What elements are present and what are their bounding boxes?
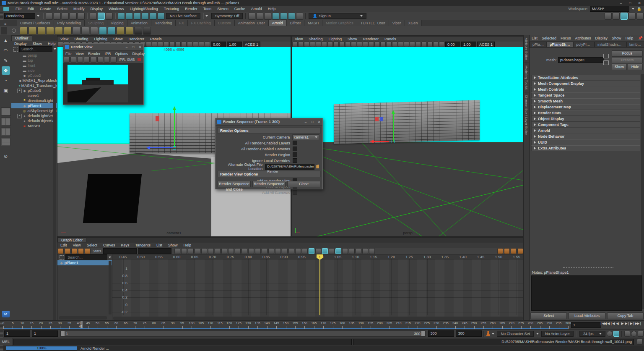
option-checkbox[interactable] <box>293 158 297 163</box>
option-checkbox[interactable] <box>293 190 297 195</box>
create-photometric-light-icon[interactable] <box>55 27 63 35</box>
outliner-item[interactable]: aiSkyDomeLight1 <box>11 108 57 113</box>
toolbar-icon[interactable] <box>333 42 339 47</box>
toolbar-icon[interactable] <box>362 248 368 254</box>
hypershade-icon[interactable] <box>256 13 263 20</box>
toolbar-icon[interactable] <box>316 42 321 47</box>
footer-button[interactable]: Copy Tab <box>607 312 644 319</box>
toolbar-icon[interactable] <box>282 248 288 254</box>
layout-persp-graph-button[interactable] <box>1 138 11 146</box>
snap-projected-center-icon[interactable] <box>142 13 149 20</box>
render-view-titlebar[interactable]: Render View – □ ✕ <box>63 44 143 51</box>
menu-item[interactable]: Modify <box>70 7 88 11</box>
outliner-filter-icon[interactable] <box>13 47 18 52</box>
open-scene-icon[interactable] <box>54 13 61 20</box>
toolbar-icon[interactable] <box>329 248 335 254</box>
move-manipulator-x[interactable] <box>150 147 173 148</box>
toolbar-icon[interactable] <box>298 42 304 47</box>
notes-resize-handle[interactable] <box>563 267 613 268</box>
menu-item[interactable]: Lighting/Shading <box>127 7 161 11</box>
loop-icon[interactable] <box>631 331 637 337</box>
menu-item[interactable]: View <box>70 243 84 247</box>
create-mesh-light-icon[interactable] <box>46 27 54 35</box>
toolbar-icon[interactable] <box>315 248 321 254</box>
attribute-section-header[interactable]: Displacement Map <box>531 104 640 110</box>
menu-item[interactable]: Texturing <box>161 7 182 11</box>
menu-item[interactable]: Curves <box>100 243 118 247</box>
toolbar-icon[interactable] <box>369 248 375 254</box>
attribute-tab[interactable]: polyPlane1 <box>573 42 595 47</box>
step-forward-key-icon[interactable]: ▶❘ <box>625 322 630 325</box>
home-icon[interactable] <box>3 7 9 11</box>
toolbar-icon[interactable] <box>322 42 327 47</box>
menu-item[interactable]: Help <box>623 36 636 40</box>
play-forwards-icon[interactable]: ▶ <box>620 322 625 325</box>
menu-item[interactable]: Display <box>130 52 147 56</box>
shelf-tab[interactable]: TURTLE_User <box>357 20 389 26</box>
step-forward-frame-icon[interactable]: ▶❘ <box>630 322 635 325</box>
step-back-frame-icon[interactable]: ❘◀ <box>605 322 610 325</box>
toolbar-icon[interactable] <box>374 42 380 47</box>
toolbar-icon[interactable] <box>380 42 386 47</box>
menu-item[interactable]: Show <box>30 42 45 46</box>
move-manipulator-y[interactable] <box>174 110 175 147</box>
toolbar-icon[interactable] <box>427 42 433 47</box>
expand-icon[interactable]: + <box>17 89 22 93</box>
graph-search-dropdown-icon[interactable] <box>109 257 111 258</box>
attribute-section-header[interactable]: Render Stats <box>531 110 640 116</box>
menu-item[interactable]: Show <box>165 243 181 247</box>
minimize-button[interactable]: – <box>616 1 626 5</box>
mash-editor-icon[interactable] <box>125 27 133 35</box>
toolbar-icon[interactable] <box>193 42 198 47</box>
menu-item[interactable]: Render <box>86 52 103 56</box>
shelf-tab[interactable]: FX <box>176 20 188 26</box>
arnold-volume-icon[interactable] <box>99 27 107 35</box>
menu-item[interactable]: List <box>530 36 540 40</box>
channel-box-toggle-icon[interactable] <box>636 13 644 20</box>
menu-item[interactable]: Options <box>113 52 130 56</box>
render-sequence-icon[interactable] <box>143 27 151 35</box>
attribute-tab[interactable]: initialShadingGroup <box>595 42 626 47</box>
workspace-lock-icon[interactable]: 🔒 <box>637 7 641 11</box>
render-view-canvas[interactable] <box>63 63 143 105</box>
menu-item[interactable]: Edit <box>57 243 70 247</box>
snap-view-plane-icon[interactable] <box>150 13 157 20</box>
expand-icon[interactable]: + <box>17 114 22 118</box>
toolbar-icon[interactable] <box>85 248 91 254</box>
playback-options-icon[interactable] <box>607 331 613 337</box>
toolbar-icon[interactable] <box>205 42 210 47</box>
shelf-tab[interactable]: Animation <box>127 20 151 26</box>
outliner-item[interactable]: front <box>11 63 57 68</box>
select-tool-icon[interactable]: ▲ <box>2 36 10 45</box>
range-end-handle[interactable] <box>421 331 425 336</box>
toolbar-icon[interactable] <box>175 42 181 47</box>
shelf-tab[interactable]: Rigging <box>107 20 127 26</box>
attribute-tab[interactable]: lambert1 <box>626 42 644 47</box>
menu-item[interactable]: Select <box>54 7 70 11</box>
pin-icon[interactable]: 📌 <box>638 36 643 40</box>
minimize-button[interactable]: – <box>302 120 309 124</box>
workspace-dropdown-icon[interactable] <box>632 8 634 10</box>
stats-value-field[interactable] <box>138 248 171 254</box>
outliner-tab[interactable]: Outliner <box>11 35 32 41</box>
menu-item[interactable]: Renderer <box>125 37 147 41</box>
save-scene-icon[interactable] <box>62 13 69 20</box>
current-frame-marker[interactable]: 41 <box>80 321 83 328</box>
menu-item[interactable]: Render <box>182 7 200 11</box>
range-slider-track[interactable]: 1 300 <box>60 330 426 337</box>
toolbar-icon[interactable] <box>152 42 157 47</box>
toolbar-icon[interactable] <box>339 42 345 47</box>
render-settings-icon[interactable] <box>248 13 255 20</box>
shelf-menu-icon[interactable]: ≡ <box>0 22 17 26</box>
export-standin-icon[interactable] <box>81 27 89 35</box>
shelf-tab[interactable]: Sculpting <box>85 20 107 26</box>
menu-item[interactable]: Stereo <box>214 7 231 11</box>
toolbar-icon[interactable] <box>302 248 308 254</box>
hide-button[interactable]: Hide <box>628 64 643 70</box>
toolbar-icon[interactable] <box>415 42 421 47</box>
dialog-button[interactable]: Render Sequence and Close <box>218 181 251 187</box>
menu-item[interactable]: Lighting <box>91 37 110 41</box>
undo-icon[interactable] <box>70 13 77 20</box>
current-camera-dropdown[interactable]: camera1 <box>292 134 319 140</box>
menu-set-selector[interactable]: Rendering <box>4 13 35 19</box>
